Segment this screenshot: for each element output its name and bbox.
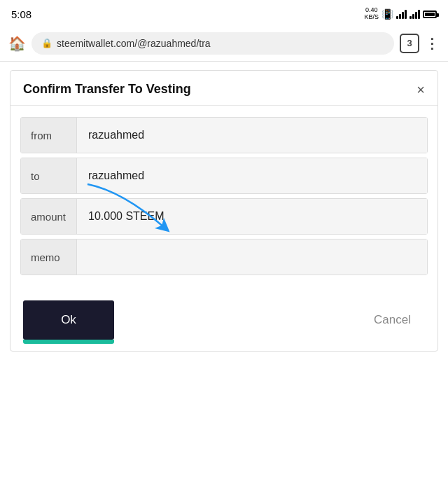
more-options-icon[interactable]: ⋮	[425, 35, 440, 52]
from-row: from razuahmed	[20, 117, 428, 153]
to-label: to	[21, 158, 77, 193]
to-value: razuahmed	[77, 158, 427, 193]
close-button[interactable]: ×	[416, 83, 425, 97]
status-bar: 5:08 0.40 KB/S 📳	[0, 0, 448, 25]
signal-icon	[396, 9, 407, 19]
from-value: razuahmed	[77, 118, 427, 153]
amount-value: 10.000 STEEM	[77, 199, 427, 234]
from-label: from	[21, 118, 77, 153]
ok-button[interactable]: Ok	[23, 300, 114, 340]
confirm-transfer-dialog: Confirm Transfer To Vesting × from razua…	[10, 70, 438, 352]
memo-label: memo	[21, 239, 77, 275]
cancel-button[interactable]: Cancel	[360, 303, 425, 337]
browser-bar: 🏠 🔒 steemitwallet.com/@razuahmed/tra 3 ⋮	[0, 25, 448, 62]
dialog-body: from razuahmed to razuahmed amount 10.00…	[10, 106, 438, 286]
memo-value	[77, 239, 427, 275]
status-time: 5:08	[11, 8, 31, 20]
lock-icon: 🔒	[41, 38, 52, 48]
tab-badge[interactable]: 3	[400, 34, 419, 53]
home-icon[interactable]: 🏠	[8, 35, 26, 52]
status-icons: 0.40 KB/S 📳	[364, 7, 437, 21]
url-bar[interactable]: 🔒 steemitwallet.com/@razuahmed/tra	[31, 32, 394, 55]
dialog-title: Confirm Transfer To Vesting	[23, 82, 191, 97]
dialog-actions: Ok Cancel	[10, 286, 438, 351]
battery-icon	[423, 11, 437, 18]
network-speed: 0.40 KB/S	[364, 7, 379, 21]
url-text: steemitwallet.com/@razuahmed/tra	[57, 38, 384, 49]
amount-row: amount 10.000 STEEM	[20, 198, 428, 235]
vibrate-icon: 📳	[382, 8, 393, 20]
memo-row: memo	[20, 239, 428, 275]
signal-icon-2	[410, 9, 420, 19]
dialog-header: Confirm Transfer To Vesting ×	[10, 71, 438, 106]
amount-label: amount	[21, 199, 77, 234]
to-row: to razuahmed	[20, 158, 428, 194]
